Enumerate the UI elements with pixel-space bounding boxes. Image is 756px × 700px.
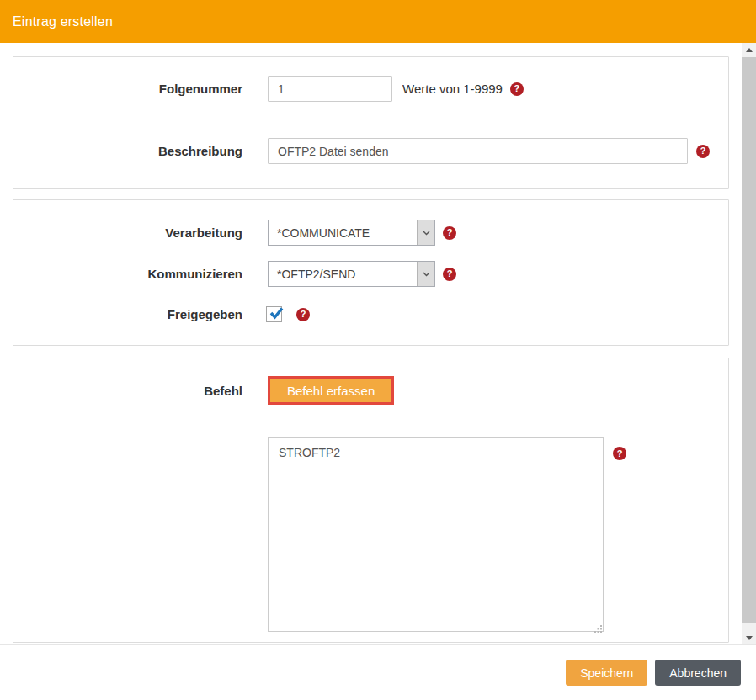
cancel-button[interactable]: Abbrechen — [655, 660, 741, 686]
modal-footer: Speichern Abbrechen — [0, 644, 756, 700]
freigegeben-help-icon[interactable]: ? — [296, 308, 310, 321]
folgenummer-input[interactable] — [268, 76, 392, 102]
scrollbar-down-button[interactable] — [742, 631, 756, 645]
chevron-down-icon — [746, 636, 753, 640]
verarbeitung-selected-value: *COMMUNICATE — [269, 220, 417, 245]
folgenummer-hint: Werte von 1-9999 — [402, 82, 503, 96]
beschreibung-label: Beschreibung — [13, 144, 242, 158]
befehl-help-icon[interactable]: ? — [613, 447, 626, 460]
beschreibung-help-icon[interactable]: ? — [696, 145, 710, 158]
folgenummer-label: Folgenummer — [13, 82, 242, 96]
chevron-up-icon — [746, 48, 753, 52]
modal-body: Folgenummer Werte von 1-9999 ? Beschreib… — [0, 43, 742, 644]
kommunizieren-select[interactable]: *OFTP2/SEND — [268, 261, 435, 287]
modal-title: Eintrag erstellen — [13, 14, 113, 29]
vertical-scrollbar[interactable] — [742, 43, 756, 645]
folgenummer-help-icon[interactable]: ? — [510, 82, 524, 96]
freigegeben-checkbox[interactable] — [266, 306, 282, 322]
save-button[interactable]: Speichern — [566, 660, 647, 686]
befehl-erfassen-button[interactable]: Befehl erfassen — [268, 376, 394, 405]
verarbeitung-help-icon[interactable]: ? — [443, 226, 456, 240]
scrollbar-thumb[interactable] — [742, 57, 756, 623]
section-numbering: Folgenummer Werte von 1-9999 ? Beschreib… — [13, 56, 729, 189]
verarbeitung-select[interactable]: *COMMUNICATE — [268, 220, 435, 246]
freigegeben-label: Freigegeben — [13, 307, 242, 321]
section-processing: Verarbeitung *COMMUNICATE ? Kommuniziere… — [13, 199, 729, 346]
modal-header: Eintrag erstellen — [0, 0, 756, 43]
befehl-label: Befehl — [13, 384, 242, 398]
beschreibung-input[interactable] — [268, 138, 688, 164]
kommunizieren-label: Kommunizieren — [13, 267, 242, 281]
chevron-down-icon — [417, 262, 434, 286]
befehl-command-textarea[interactable]: STROFTP2 — [268, 438, 604, 632]
section-command: Befehl Befehl erfassen STROFTP2 — [13, 358, 729, 643]
divider — [32, 119, 711, 119]
chevron-down-icon — [417, 220, 434, 245]
checkmark-icon — [268, 305, 285, 322]
kommunizieren-help-icon[interactable]: ? — [443, 268, 456, 281]
kommunizieren-selected-value: *OFTP2/SEND — [269, 262, 417, 286]
verarbeitung-label: Verarbeitung — [13, 225, 242, 240]
scrollbar-up-button[interactable] — [742, 43, 756, 57]
divider — [268, 422, 711, 422]
